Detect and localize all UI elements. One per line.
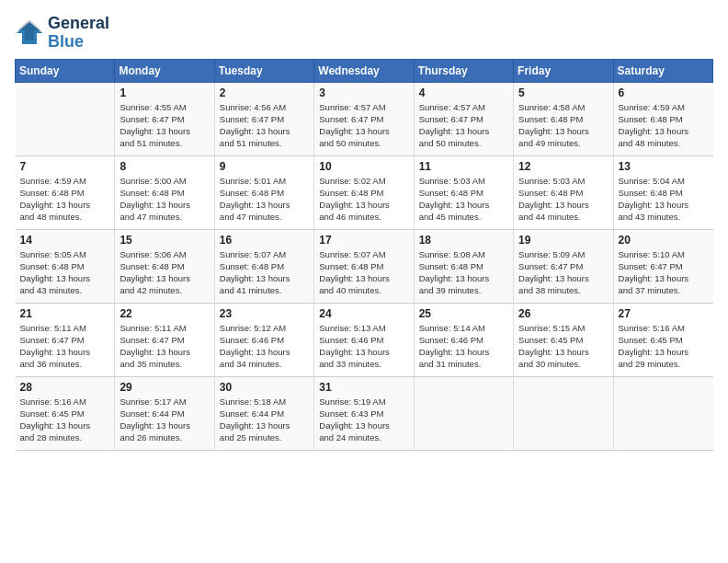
calendar-cell: 31Sunrise: 5:19 AM Sunset: 6:43 PM Dayli… — [314, 376, 414, 450]
day-info: Sunrise: 4:57 AM Sunset: 6:47 PM Dayligh… — [319, 101, 408, 150]
logo: General Blue — [15, 15, 109, 52]
weekday-header: Friday — [514, 59, 613, 82]
day-number: 7 — [20, 160, 110, 173]
day-number: 22 — [119, 307, 209, 320]
calendar-cell: 27Sunrise: 5:16 AM Sunset: 6:45 PM Dayli… — [613, 303, 712, 376]
day-info: Sunrise: 4:58 AM Sunset: 6:48 PM Dayligh… — [518, 101, 608, 150]
day-info: Sunrise: 5:07 AM Sunset: 6:48 PM Dayligh… — [220, 248, 309, 297]
calendar-cell: 28Sunrise: 5:16 AM Sunset: 6:45 PM Dayli… — [16, 376, 115, 450]
day-info: Sunrise: 5:14 AM Sunset: 6:46 PM Dayligh… — [419, 322, 508, 371]
day-number: 6 — [619, 86, 709, 99]
day-info: Sunrise: 5:19 AM Sunset: 6:43 PM Dayligh… — [319, 396, 408, 444]
calendar-week-row: 28Sunrise: 5:16 AM Sunset: 6:45 PM Dayli… — [16, 376, 713, 450]
weekday-header: Sunday — [16, 59, 115, 82]
logo-icon — [15, 18, 44, 48]
day-number: 15 — [119, 234, 209, 247]
day-info: Sunrise: 5:11 AM Sunset: 6:47 PM Dayligh… — [119, 322, 209, 371]
day-number: 11 — [419, 160, 508, 173]
day-number: 28 — [20, 381, 110, 394]
day-info: Sunrise: 5:05 AM Sunset: 6:48 PM Dayligh… — [20, 248, 110, 297]
weekday-header: Tuesday — [214, 59, 313, 82]
svg-marker-1 — [17, 19, 41, 40]
calendar-cell: 10Sunrise: 5:02 AM Sunset: 6:48 PM Dayli… — [314, 155, 414, 229]
day-info: Sunrise: 5:12 AM Sunset: 6:46 PM Dayligh… — [220, 322, 309, 371]
calendar-cell: 19Sunrise: 5:09 AM Sunset: 6:47 PM Dayli… — [514, 229, 613, 303]
calendar-cell — [16, 82, 115, 155]
calendar-cell: 18Sunrise: 5:08 AM Sunset: 6:48 PM Dayli… — [414, 229, 513, 303]
day-number: 16 — [220, 234, 309, 247]
day-info: Sunrise: 4:59 AM Sunset: 6:48 PM Dayligh… — [20, 175, 110, 224]
calendar-cell: 1Sunrise: 4:55 AM Sunset: 6:47 PM Daylig… — [115, 82, 214, 155]
calendar-cell: 13Sunrise: 5:04 AM Sunset: 6:48 PM Dayli… — [613, 155, 712, 229]
day-info: Sunrise: 5:02 AM Sunset: 6:48 PM Dayligh… — [319, 175, 408, 224]
day-number: 25 — [419, 307, 508, 320]
day-number: 9 — [220, 160, 309, 173]
day-number: 29 — [119, 381, 209, 394]
calendar-cell: 22Sunrise: 5:11 AM Sunset: 6:47 PM Dayli… — [115, 303, 214, 376]
day-number: 10 — [319, 160, 408, 173]
weekday-header-row: SundayMondayTuesdayWednesdayThursdayFrid… — [16, 59, 713, 82]
day-number: 26 — [518, 307, 608, 320]
day-number: 14 — [20, 234, 110, 247]
day-number: 8 — [119, 160, 209, 173]
calendar-cell: 16Sunrise: 5:07 AM Sunset: 6:48 PM Dayli… — [214, 229, 313, 303]
calendar-cell: 14Sunrise: 5:05 AM Sunset: 6:48 PM Dayli… — [16, 229, 115, 303]
calendar-cell: 17Sunrise: 5:07 AM Sunset: 6:48 PM Dayli… — [314, 229, 414, 303]
day-info: Sunrise: 5:07 AM Sunset: 6:48 PM Dayligh… — [319, 248, 408, 297]
calendar-week-row: 7Sunrise: 4:59 AM Sunset: 6:48 PM Daylig… — [16, 155, 713, 229]
calendar-cell: 4Sunrise: 4:57 AM Sunset: 6:47 PM Daylig… — [414, 82, 513, 155]
calendar-week-row: 21Sunrise: 5:11 AM Sunset: 6:47 PM Dayli… — [16, 303, 713, 376]
day-info: Sunrise: 5:03 AM Sunset: 6:48 PM Dayligh… — [419, 175, 508, 224]
day-number: 20 — [619, 234, 709, 247]
calendar-cell: 15Sunrise: 5:06 AM Sunset: 6:48 PM Dayli… — [115, 229, 214, 303]
day-number: 4 — [419, 86, 508, 99]
calendar-cell — [613, 376, 712, 450]
day-info: Sunrise: 5:11 AM Sunset: 6:47 PM Dayligh… — [20, 322, 110, 371]
calendar-cell — [414, 376, 513, 450]
day-info: Sunrise: 5:13 AM Sunset: 6:46 PM Dayligh… — [319, 322, 408, 371]
day-number: 18 — [419, 234, 508, 247]
day-number: 5 — [518, 86, 608, 99]
weekday-header: Monday — [115, 59, 214, 82]
calendar-cell: 26Sunrise: 5:15 AM Sunset: 6:45 PM Dayli… — [514, 303, 613, 376]
calendar-cell: 25Sunrise: 5:14 AM Sunset: 6:46 PM Dayli… — [414, 303, 513, 376]
day-info: Sunrise: 4:59 AM Sunset: 6:48 PM Dayligh… — [619, 101, 709, 150]
day-number: 24 — [319, 307, 408, 320]
calendar-cell: 23Sunrise: 5:12 AM Sunset: 6:46 PM Dayli… — [214, 303, 313, 376]
day-info: Sunrise: 5:10 AM Sunset: 6:47 PM Dayligh… — [619, 248, 709, 297]
day-number: 3 — [319, 86, 408, 99]
weekday-header: Saturday — [613, 59, 712, 82]
logo-text: General Blue — [48, 15, 109, 52]
calendar-cell: 12Sunrise: 5:03 AM Sunset: 6:48 PM Dayli… — [514, 155, 613, 229]
day-info: Sunrise: 4:57 AM Sunset: 6:47 PM Dayligh… — [419, 101, 508, 150]
day-number: 23 — [220, 307, 309, 320]
calendar-cell: 3Sunrise: 4:57 AM Sunset: 6:47 PM Daylig… — [314, 82, 414, 155]
calendar-cell: 24Sunrise: 5:13 AM Sunset: 6:46 PM Dayli… — [314, 303, 414, 376]
calendar-cell: 11Sunrise: 5:03 AM Sunset: 6:48 PM Dayli… — [414, 155, 513, 229]
calendar-cell: 29Sunrise: 5:17 AM Sunset: 6:44 PM Dayli… — [115, 376, 214, 450]
day-number: 1 — [119, 86, 209, 99]
day-info: Sunrise: 5:18 AM Sunset: 6:44 PM Dayligh… — [220, 396, 309, 444]
day-number: 13 — [619, 160, 709, 173]
day-info: Sunrise: 5:06 AM Sunset: 6:48 PM Dayligh… — [119, 248, 209, 297]
weekday-header: Wednesday — [314, 59, 414, 82]
day-info: Sunrise: 5:08 AM Sunset: 6:48 PM Dayligh… — [419, 248, 508, 297]
day-info: Sunrise: 5:16 AM Sunset: 6:45 PM Dayligh… — [20, 396, 110, 444]
calendar-table: SundayMondayTuesdayWednesdayThursdayFrid… — [15, 59, 713, 451]
day-number: 21 — [20, 307, 110, 320]
day-info: Sunrise: 4:55 AM Sunset: 6:47 PM Dayligh… — [119, 101, 209, 150]
page-header: General Blue — [15, 15, 713, 52]
calendar-cell: 2Sunrise: 4:56 AM Sunset: 6:47 PM Daylig… — [214, 82, 313, 155]
calendar-cell: 8Sunrise: 5:00 AM Sunset: 6:48 PM Daylig… — [115, 155, 214, 229]
day-info: Sunrise: 5:03 AM Sunset: 6:48 PM Dayligh… — [518, 175, 608, 224]
day-info: Sunrise: 5:09 AM Sunset: 6:47 PM Dayligh… — [518, 248, 608, 297]
calendar-cell: 9Sunrise: 5:01 AM Sunset: 6:48 PM Daylig… — [214, 155, 313, 229]
day-info: Sunrise: 5:15 AM Sunset: 6:45 PM Dayligh… — [518, 322, 608, 371]
day-info: Sunrise: 4:56 AM Sunset: 6:47 PM Dayligh… — [220, 101, 309, 150]
day-number: 30 — [220, 381, 309, 394]
day-number: 27 — [619, 307, 709, 320]
calendar-week-row: 1Sunrise: 4:55 AM Sunset: 6:47 PM Daylig… — [16, 82, 713, 155]
calendar-cell: 5Sunrise: 4:58 AM Sunset: 6:48 PM Daylig… — [514, 82, 613, 155]
day-info: Sunrise: 5:00 AM Sunset: 6:48 PM Dayligh… — [119, 175, 209, 224]
day-number: 31 — [319, 381, 408, 394]
